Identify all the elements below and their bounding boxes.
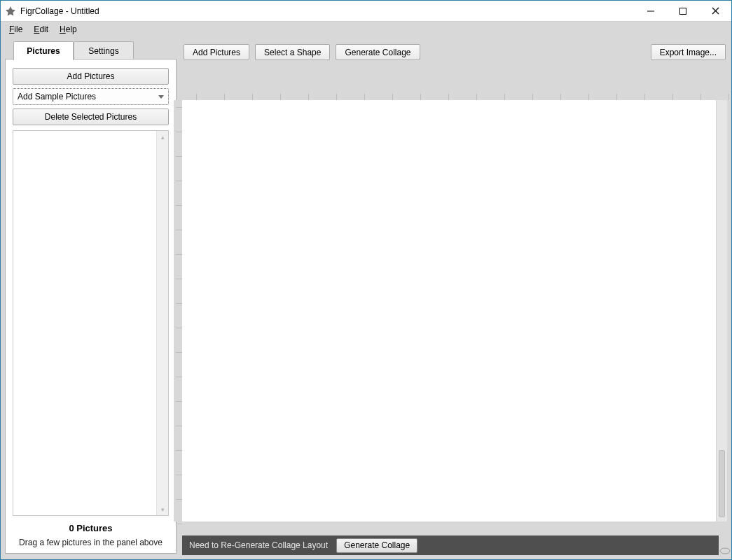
add-sample-pictures-label: Add Sample Pictures: [18, 92, 96, 102]
sidebar-tabs: Pictures Settings: [13, 41, 177, 59]
add-sample-pictures-dropdown[interactable]: Add Sample Pictures: [13, 88, 169, 105]
maximize-button[interactable]: [667, 1, 699, 21]
menu-help-rest: elp: [66, 24, 77, 34]
sidebar: Pictures Settings Add Pictures Add Sampl…: [1, 37, 181, 559]
tab-panel-pictures: Add Pictures Add Sample Pictures Delete …: [5, 59, 177, 554]
toolbar-select-shape-button[interactable]: Select a Shape: [255, 44, 330, 60]
sidebar-footer: 0 Pictures Drag a few pictures in the pa…: [13, 516, 169, 547]
picture-hint-label: Drag a few pictures in the panel above: [13, 538, 169, 547]
main-area: Add Pictures Select a Shape Generate Col…: [181, 37, 731, 559]
menu-edit[interactable]: Edit: [29, 23, 53, 36]
ruler-vertical: [174, 100, 182, 522]
menu-help[interactable]: Help: [55, 23, 81, 36]
delete-selected-pictures-button[interactable]: Delete Selected Pictures: [13, 108, 169, 125]
tab-pictures[interactable]: Pictures: [13, 41, 74, 60]
svg-point-4: [720, 548, 730, 554]
toolbar-export-image-button[interactable]: Export Image...: [651, 44, 726, 60]
canvas[interactable]: [182, 100, 716, 522]
zoom-slider-handle[interactable]: [719, 547, 731, 555]
scroll-down-icon[interactable]: ▾: [157, 503, 168, 515]
svg-rect-1: [680, 8, 686, 14]
canvas-wrap: [182, 100, 727, 555]
add-pictures-button[interactable]: Add Pictures: [13, 68, 169, 85]
window-controls: [635, 1, 731, 21]
status-generate-collage-button[interactable]: Generate Collage: [336, 538, 417, 553]
scroll-up-icon[interactable]: ▴: [157, 131, 168, 143]
toolbar-add-pictures-button[interactable]: Add Pictures: [184, 44, 249, 60]
menu-file-rest: ile: [14, 24, 22, 34]
picture-count-label: 0 Pictures: [13, 523, 169, 533]
titlebar: FigrCollage - Untitled: [1, 1, 731, 22]
ruler-horizontal: [182, 92, 716, 100]
tab-settings[interactable]: Settings: [74, 41, 134, 59]
picture-list-scrollbar[interactable]: ▴ ▾: [156, 131, 168, 515]
toolbar-generate-collage-button[interactable]: Generate Collage: [336, 44, 420, 60]
minimize-button[interactable]: [635, 1, 667, 21]
menu-edit-rest: dit: [39, 24, 48, 34]
status-message: Need to Re-Generate Collage Layout: [189, 540, 328, 550]
window-title: FigrCollage - Untitled: [20, 6, 635, 16]
app-body: Pictures Settings Add Pictures Add Sampl…: [1, 37, 731, 559]
chevron-down-icon: [158, 92, 164, 102]
main-toolbar: Add Pictures Select a Shape Generate Col…: [182, 41, 727, 65]
menubar: File Edit Help: [1, 22, 731, 37]
canvas-vertical-scrollbar[interactable]: [716, 100, 727, 522]
status-bar: Need to Re-Generate Collage Layout Gener…: [182, 536, 719, 555]
app-icon: [5, 6, 16, 17]
app-window: FigrCollage - Untitled File Edit Help Pi…: [0, 0, 732, 560]
menu-file[interactable]: File: [5, 23, 27, 36]
close-button[interactable]: [699, 1, 731, 21]
picture-list-panel[interactable]: ▴ ▾: [13, 130, 169, 516]
